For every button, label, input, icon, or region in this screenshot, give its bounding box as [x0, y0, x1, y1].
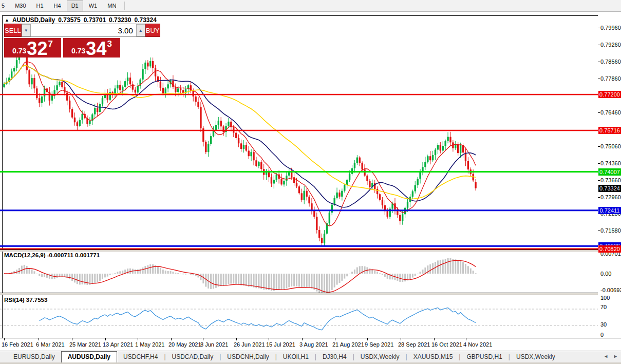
date-label: 15 Jul 2021 — [266, 341, 295, 348]
date-tick — [367, 338, 368, 340]
rsi-label: RSI(14) 37.7553 — [4, 297, 47, 303]
timeframe-button-w1[interactable]: W1 — [84, 1, 102, 11]
volume-increase-button[interactable]: ▲ — [136, 24, 145, 36]
date-label: 3 Aug 2021 — [299, 341, 328, 348]
date-label: 21 Aug 2021 — [332, 341, 364, 348]
date-label: 16 Oct 2021 — [431, 341, 462, 348]
sell-price-pip: 7 — [48, 39, 52, 49]
date-label: 6 Mar 2021 — [36, 341, 65, 348]
date-tick — [171, 338, 172, 340]
date-label: 8 Jun 2021 — [200, 341, 228, 348]
one-click-trade-panel: SELL ▼ ▲ BUY 0.73 32 7 0.73 34 3 — [4, 24, 120, 58]
chart-tab-bar: EURUSD,DailyAUDUSD,DailyUSDCHF,H4|USDCAD… — [0, 351, 621, 362]
volume-decrease-button[interactable]: ▼ — [22, 24, 31, 36]
date-tick — [335, 338, 335, 340]
volume-input[interactable] — [31, 24, 136, 36]
trading-app-window: 5 M30 H1 H4 D1 W1 MN ▲ AUDUSD,Daily 0.73… — [0, 0, 621, 364]
date-label: 25 Mar 2021 — [69, 341, 101, 348]
price-level-badge: 0.77200 — [598, 91, 621, 98]
chart-tab-gbpusd-h1[interactable]: GBPUSD,H1 — [460, 352, 508, 361]
chart-tab-usdchf-h4[interactable]: USDCHF,H4 — [117, 352, 164, 361]
buy-price-prefix: 0.73 — [71, 47, 85, 55]
timeframe-button-mn[interactable]: MN — [103, 1, 121, 11]
timeframe-toolbar: 5 M30 H1 H4 D1 W1 MN — [0, 0, 621, 12]
date-label: 26 Jun 2021 — [234, 341, 265, 348]
price-tick-label: 0.79960 — [600, 25, 621, 31]
rsi-axis-label: 70 — [600, 304, 607, 310]
tab-scroll-right-icon[interactable]: ► — [613, 354, 618, 359]
buy-price-pip: 3 — [107, 39, 111, 49]
ohlc-high: 0.73701 — [84, 16, 106, 24]
tab-scroll-left-icon[interactable]: ◄ — [604, 354, 608, 359]
volume-box: ▼ ▲ — [22, 24, 145, 37]
buy-price-big: 34 — [86, 41, 106, 56]
price-tick-label: 0.73660 — [600, 177, 621, 183]
date-tick — [4, 338, 5, 340]
timeframe-button-m5[interactable]: 5 — [0, 1, 9, 11]
date-tick — [434, 338, 435, 340]
chart-tab-audusd-daily[interactable]: AUDUSD,Daily — [61, 351, 117, 362]
price-level-badge: 0.70820 — [598, 245, 621, 253]
buy-quote-button[interactable]: 0.73 34 3 — [63, 38, 120, 58]
date-label: 16 Feb 2021 — [2, 341, 33, 348]
timeframe-button-m30[interactable]: M30 — [10, 1, 30, 11]
macd-label: MACD(12,26,9) -0.000711 0.001771 — [4, 252, 100, 258]
timeframe-button-d1[interactable]: D1 — [67, 1, 83, 11]
toolbar-separator — [124, 2, 125, 10]
time-axis: 16 Feb 20216 Mar 202125 Mar 202113 Apr 2… — [0, 338, 621, 351]
timeframe-button-h4[interactable]: H4 — [49, 1, 66, 11]
date-label: 28 Sep 2021 — [398, 341, 430, 348]
sell-price-prefix: 0.73 — [12, 47, 26, 55]
sell-quote-button[interactable]: 0.73 32 7 — [4, 38, 61, 58]
chart-tab-usdx-weekly[interactable]: USDX,Weekly — [510, 352, 561, 361]
date-tick — [236, 338, 237, 340]
price-tick-label: 0.76460 — [600, 109, 621, 116]
price-tick-label: 0.72960 — [600, 194, 621, 200]
price-tick-label: 0.79260 — [600, 42, 621, 48]
collapse-triangle-icon[interactable]: ▲ — [5, 17, 9, 23]
date-tick — [105, 338, 106, 340]
price-tick-label: 0.77860 — [600, 75, 621, 82]
date-tick — [203, 338, 203, 340]
chart-tab-dj30-h4[interactable]: DJ30,H4 — [316, 352, 353, 361]
date-tick — [302, 338, 303, 340]
date-label: 13 Apr 2021 — [103, 341, 133, 348]
chart-tab-usdcad-daily[interactable]: USDCAD,Daily — [166, 352, 220, 361]
rsi-axis-label: 100 — [600, 295, 610, 301]
date-label: 1 May 2021 — [135, 341, 164, 348]
chart-tab-eurusd-daily[interactable]: EURUSD,Daily — [7, 352, 61, 361]
date-tick — [269, 338, 269, 340]
rsi-indicator-canvas[interactable] — [0, 295, 598, 338]
ohlc-open: 0.73575 — [58, 16, 80, 24]
sell-button[interactable]: SELL — [4, 24, 22, 37]
price-tick-label: 0.74360 — [600, 160, 621, 166]
chart-tab-xauusd-m15[interactable]: XAUUSD,M15 — [407, 352, 459, 361]
chart-tab-ukoil-h1[interactable]: UKOil,H1 — [277, 352, 315, 361]
chart-tab-usdx-weekly[interactable]: USDX,Weekly — [354, 352, 406, 361]
price-tick-label: 0.71580 — [600, 227, 621, 234]
price-level-badge: 0.74007 — [598, 168, 621, 176]
price-tick-label: 0.75060 — [600, 143, 621, 149]
rsi-axis-label: 30 — [600, 321, 607, 328]
chart-tab-usdcnh-daily[interactable]: USDCNH,Daily — [221, 352, 275, 361]
price-tick-label: 0.78560 — [600, 59, 621, 65]
date-label: 4 Nov 2021 — [463, 341, 492, 348]
macd-axis-label: 0.00 — [600, 271, 611, 277]
date-tick — [138, 338, 138, 340]
tab-scroll-nav: ◄ ► — [604, 354, 618, 359]
rsi-axis-label: 0 — [600, 332, 604, 338]
sell-price-big: 32 — [27, 41, 47, 56]
price-level-badge: 0.75716 — [598, 127, 621, 134]
date-tick — [466, 338, 466, 340]
date-tick — [401, 338, 401, 340]
chart-symbol-period: AUDUSD,Daily — [12, 16, 55, 24]
buy-button[interactable]: BUY — [145, 24, 160, 37]
price-level-badge: 0.72411 — [598, 207, 621, 214]
timeframe-button-h1[interactable]: H1 — [32, 1, 48, 11]
ohlc-low: 0.73230 — [109, 16, 131, 24]
macd-axis-label: -0.006923 — [600, 287, 621, 293]
date-tick — [39, 338, 39, 340]
date-tick — [72, 338, 72, 340]
price-level-badge: 0.73324 — [598, 185, 621, 192]
ohlc-close: 0.73324 — [134, 16, 156, 24]
